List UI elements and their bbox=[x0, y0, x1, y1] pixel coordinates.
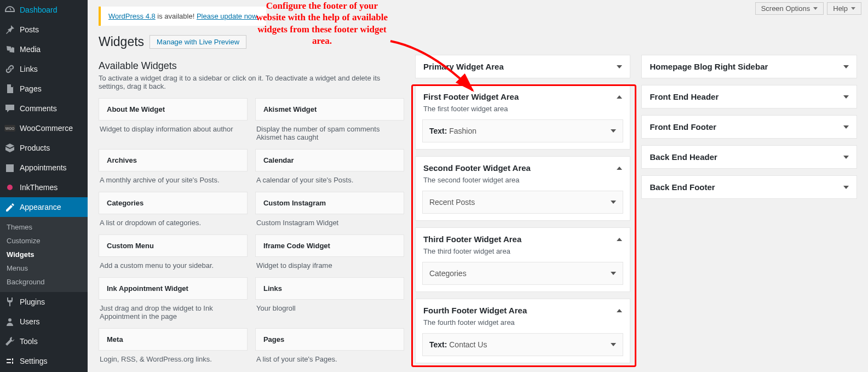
appearance-submenu: Themes Customize Widgets Menus Backgroun… bbox=[0, 217, 88, 292]
live-preview-button[interactable]: Manage with Live Preview bbox=[150, 35, 246, 49]
widget-area-toggle[interactable]: Back End Header bbox=[642, 146, 856, 168]
chevron-down-icon bbox=[611, 343, 616, 346]
menu-settings[interactable]: Settings bbox=[0, 351, 88, 371]
available-widget-handle[interactable]: Akismet Widget bbox=[255, 98, 404, 121]
woocommerce-icon: woo bbox=[4, 123, 15, 134]
menu-links[interactable]: Links bbox=[0, 59, 88, 79]
placed-widget[interactable]: Text: Fashion bbox=[422, 119, 624, 142]
widget-area-desc: The third footer widget area bbox=[416, 247, 630, 262]
screen-options-button[interactable]: Screen Options bbox=[755, 2, 824, 15]
submenu-menus[interactable]: Menus bbox=[0, 261, 88, 275]
available-widget-handle[interactable]: Archives bbox=[99, 149, 248, 171]
available-widget-handle[interactable]: Links bbox=[255, 277, 404, 300]
available-widget-handle[interactable]: Iframe Code Widget bbox=[255, 234, 404, 257]
placed-widget-label: Text: Fashion bbox=[429, 127, 476, 135]
update-now-link[interactable]: Please update now. bbox=[197, 12, 258, 20]
link-icon bbox=[4, 64, 15, 75]
placed-widget-label: Text: Contact Us bbox=[429, 340, 487, 349]
menu-posts[interactable]: Posts bbox=[0, 20, 88, 39]
widget-area-desc: The first footer widget area bbox=[416, 105, 630, 119]
available-widget: CategoriesA list or dropdown of categori… bbox=[99, 192, 248, 227]
available-widget-handle[interactable]: Categories bbox=[99, 192, 248, 214]
widget-area-title: Back End Header bbox=[649, 152, 717, 162]
widget-area-desc: The second footer widget area bbox=[416, 176, 630, 191]
available-widget: Akismet WidgetDisplay the number of spam… bbox=[255, 98, 404, 141]
menu-users[interactable]: Users bbox=[0, 312, 88, 331]
menu-tools[interactable]: Tools bbox=[0, 331, 88, 351]
available-widget: Ink Appointment WidgetJust drag and drop… bbox=[99, 277, 248, 321]
menu-appearance[interactable]: Appearance bbox=[0, 197, 88, 217]
available-title: Available Widgets bbox=[99, 60, 404, 72]
submenu-widgets[interactable]: Widgets bbox=[0, 248, 88, 261]
available-widget-desc: A monthly archive of your site's Posts. bbox=[99, 171, 248, 184]
top-right-actions: Screen Options Help bbox=[755, 2, 861, 15]
menu-label: Tools bbox=[20, 337, 38, 346]
widget-area-title: Second Footer Widget Area bbox=[423, 163, 531, 173]
chevron-up-icon bbox=[617, 238, 622, 241]
help-button[interactable]: Help bbox=[827, 2, 861, 15]
menu-pages[interactable]: Pages bbox=[0, 79, 88, 99]
menu-label: Settings bbox=[20, 357, 48, 365]
available-widget-handle[interactable]: About Me Widget bbox=[99, 98, 248, 121]
widget-area-title: Front End Header bbox=[649, 92, 718, 101]
available-widget-handle[interactable]: Pages bbox=[255, 328, 404, 351]
available-widget-handle[interactable]: Custom Menu bbox=[99, 234, 248, 257]
chevron-up-icon bbox=[617, 167, 622, 170]
menu-label: Users bbox=[20, 317, 40, 326]
available-widget-desc: Widget to display information about auth… bbox=[99, 121, 248, 133]
chevron-down-icon bbox=[843, 65, 849, 68]
menu-plugins[interactable]: Plugins bbox=[0, 292, 88, 312]
widget-area-title: First Footer Widget Area bbox=[423, 92, 519, 101]
pages-icon bbox=[4, 83, 15, 94]
wp-version-link[interactable]: WordPress 4.8 bbox=[108, 12, 156, 20]
menu-dashboard[interactable]: Dashboard bbox=[0, 0, 88, 20]
comments-icon bbox=[4, 103, 15, 114]
help-label: Help bbox=[833, 4, 848, 13]
menu-label: InkThemes bbox=[20, 183, 58, 192]
menu-comments[interactable]: Comments bbox=[0, 99, 88, 118]
available-widget-desc: A list of your site's Pages. bbox=[255, 351, 404, 363]
pin-icon bbox=[4, 24, 15, 35]
collapsed-widget-area: Front End Footer bbox=[641, 115, 857, 139]
collapsed-widget-area: Back End Footer bbox=[641, 175, 857, 199]
calendar-icon bbox=[4, 162, 15, 173]
users-icon bbox=[4, 316, 15, 327]
dashboard-icon bbox=[4, 4, 15, 15]
footer-widget-area: Fourth Footer Widget AreaThe fourth foot… bbox=[415, 299, 631, 363]
inkthemes-icon bbox=[4, 182, 15, 193]
submenu-themes[interactable]: Themes bbox=[0, 220, 88, 234]
available-widget-desc: Login, RSS, & WordPress.org links. bbox=[99, 351, 248, 363]
available-widget: About Me WidgetWidget to display informa… bbox=[99, 98, 248, 141]
submenu-customize[interactable]: Customize bbox=[0, 234, 88, 248]
menu-products[interactable]: Products bbox=[0, 138, 88, 158]
widget-area-toggle[interactable]: Primary Widget Area bbox=[416, 55, 630, 78]
chevron-up-icon bbox=[617, 95, 622, 99]
menu-appointments[interactable]: Appointments bbox=[0, 158, 88, 178]
available-widgets-column: Available Widgets To activate a widget d… bbox=[99, 55, 404, 363]
collapsed-widget-area: Back End Header bbox=[641, 145, 857, 169]
placed-widget[interactable]: Categories bbox=[422, 262, 624, 285]
available-widget-desc: Display the number of spam comments Akis… bbox=[255, 121, 404, 141]
widget-area-toggle[interactable]: Back End Footer bbox=[642, 176, 856, 198]
available-widget-handle[interactable]: Calendar bbox=[255, 149, 404, 171]
available-widget-handle[interactable]: Custom Instagram bbox=[255, 192, 404, 214]
submenu-background[interactable]: Background bbox=[0, 275, 88, 289]
widget-areas-column: Primary Widget Area First Footer Widget … bbox=[415, 55, 631, 370]
placed-widget[interactable]: Text: Contact Us bbox=[422, 333, 624, 356]
footer-widget-area: Second Footer Widget AreaThe second foot… bbox=[415, 156, 631, 221]
available-widget-handle[interactable]: Ink Appointment Widget bbox=[99, 277, 248, 300]
menu-inkthemes[interactable]: InkThemes bbox=[0, 178, 88, 197]
menu-media[interactable]: Media bbox=[0, 39, 88, 59]
menu-label: Comments bbox=[20, 104, 57, 113]
menu-woocommerce[interactable]: woo WooCommerce bbox=[0, 118, 88, 138]
available-widget: LinksYour blogroll bbox=[255, 277, 404, 321]
widget-area-toggle[interactable]: Front End Footer bbox=[642, 116, 856, 138]
widget-area-toggle[interactable]: Front End Header bbox=[642, 85, 856, 108]
widget-area-desc: The fourth footer widget area bbox=[416, 318, 630, 333]
widget-area-body: Text: Fashion bbox=[416, 119, 630, 149]
placed-widget[interactable]: Recent Posts bbox=[422, 191, 624, 214]
available-widget: MetaLogin, RSS, & WordPress.org links. bbox=[99, 328, 248, 363]
widget-area-toggle[interactable]: Homepage Blog Right Sidebar bbox=[642, 55, 856, 78]
available-widget-handle[interactable]: Meta bbox=[99, 328, 248, 351]
widget-area-body: Text: Contact Us bbox=[416, 333, 630, 363]
